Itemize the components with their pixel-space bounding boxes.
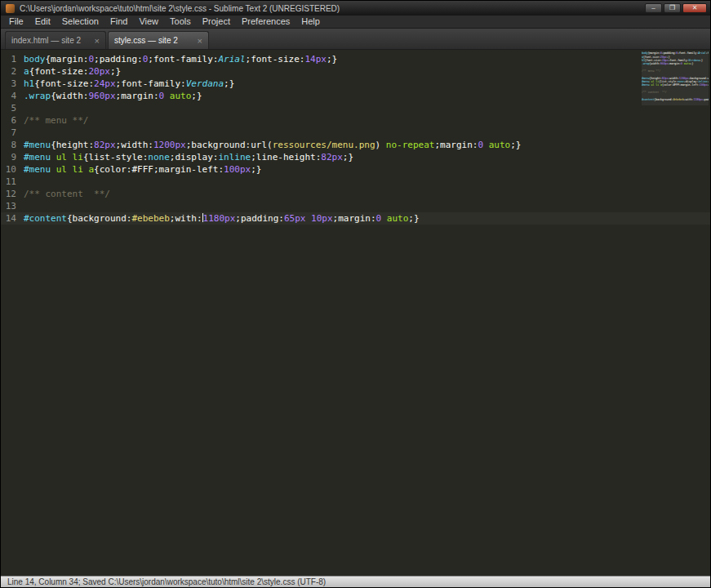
app-icon	[6, 4, 15, 13]
tab-style.css[interactable]: style.css — site 2×	[108, 31, 209, 49]
line-number: 2	[1, 65, 24, 78]
line-number: 8	[1, 139, 24, 151]
code-text: h1{font-size:24px;font-family:Verdana;}	[24, 78, 710, 90]
menu-item-find[interactable]: Find	[104, 16, 133, 28]
line-number: 5	[1, 102, 24, 114]
code-line[interactable]: 9#menu ul li{list-style:none;display:inl…	[1, 151, 710, 163]
code-text: a{font-size:20px;}	[24, 65, 710, 78]
code-line[interactable]: 4.wrap{width:960px;margin:0 auto;}	[1, 90, 710, 102]
code-line[interactable]: 11	[1, 176, 710, 188]
editor-area[interactable]: 1body{margin:0;padding:0;font-family:Ari…	[1, 50, 710, 576]
code-line[interactable]: 14#content{background:#ebebeb;with:1180p…	[1, 212, 710, 225]
line-number: 7	[1, 127, 24, 139]
line-number: 11	[1, 176, 24, 188]
close-button[interactable]: ✕	[682, 3, 707, 13]
tab-label: style.css — site 2	[114, 36, 194, 45]
code-line[interactable]: 2a{font-size:20px;}	[1, 65, 710, 78]
menu-item-preferences[interactable]: Preferences	[236, 16, 296, 28]
code-line[interactable]: 5	[1, 102, 710, 114]
code-text: #menu{height:82px;width:1200px;backgroun…	[24, 139, 710, 151]
code-text: #menu ul li{list-style:none;display:inli…	[24, 151, 710, 163]
tab-index.html[interactable]: index.html — site 2×	[5, 31, 106, 49]
line-number: 9	[1, 151, 24, 163]
line-number: 6	[1, 114, 24, 127]
minimap-viewport-indicator	[642, 51, 709, 105]
line-number: 10	[1, 163, 24, 176]
code-line[interactable]: 1body{margin:0;padding:0;font-family:Ari…	[1, 53, 710, 65]
line-number: 12	[1, 188, 24, 200]
status-bar: Line 14, Column 34; Saved C:\Users\jorda…	[1, 576, 710, 587]
tab-label: index.html — site 2	[11, 36, 91, 45]
line-number: 13	[1, 200, 24, 212]
menu-item-tools[interactable]: Tools	[164, 16, 197, 28]
menu-item-view[interactable]: View	[133, 16, 164, 28]
code-line[interactable]: 8#menu{height:82px;width:1200px;backgrou…	[1, 139, 710, 151]
menu-item-help[interactable]: Help	[296, 16, 326, 28]
code-text	[24, 102, 710, 114]
menu-item-edit[interactable]: Edit	[29, 16, 56, 28]
code-container: 1body{margin:0;padding:0;font-family:Ari…	[1, 53, 710, 225]
window-title: C:\Users\jordan\workspace\tuto\html\site…	[20, 4, 638, 13]
line-number: 14	[1, 212, 24, 225]
code-text: #menu ul li a{color:#FFF;margin-left:100…	[24, 163, 710, 176]
minimap[interactable]: body{margin:0;padding:0;font-family:Aria…	[642, 51, 709, 109]
code-line[interactable]: 7	[1, 127, 710, 139]
menu-item-selection[interactable]: Selection	[56, 16, 104, 28]
status-text: Line 14, Column 34; Saved C:\Users\jorda…	[7, 577, 326, 586]
code-text: #content{background:#ebebeb;with:1180px;…	[24, 212, 710, 225]
tab-bar: index.html — site 2×style.css — site 2×	[1, 29, 710, 50]
code-line[interactable]: 6/** menu **/	[1, 114, 710, 127]
menu-bar: FileEditSelectionFindViewToolsProjectPre…	[1, 16, 710, 29]
line-number: 1	[1, 53, 24, 65]
code-text	[24, 176, 710, 188]
code-text: body{margin:0;padding:0;font-family:Aria…	[24, 53, 710, 65]
code-text: /** menu **/	[24, 114, 710, 127]
tab-close-icon[interactable]: ×	[198, 36, 202, 46]
code-line[interactable]: 3h1{font-size:24px;font-family:Verdana;}	[1, 78, 710, 90]
code-text	[24, 200, 710, 212]
minimize-button[interactable]: –	[645, 3, 662, 13]
code-line[interactable]: 12/** content **/	[1, 188, 710, 200]
tab-close-icon[interactable]: ×	[95, 36, 100, 46]
code-line[interactable]: 10#menu ul li a{color:#FFF;margin-left:1…	[1, 163, 710, 176]
code-text: /** content **/	[24, 188, 710, 200]
title-bar[interactable]: C:\Users\jordan\workspace\tuto\html\site…	[1, 1, 710, 16]
code-text	[24, 127, 710, 139]
menu-item-project[interactable]: Project	[197, 16, 236, 28]
code-line[interactable]: 13	[1, 200, 710, 212]
code-text: .wrap{width:960px;margin:0 auto;}	[24, 90, 710, 102]
menu-item-file[interactable]: File	[3, 16, 29, 28]
maximize-button[interactable]: ❐	[664, 3, 681, 13]
sublime-window: C:\Users\jordan\workspace\tuto\html\site…	[0, 0, 711, 588]
line-number: 4	[1, 90, 24, 102]
line-number: 3	[1, 78, 24, 90]
window-controls: – ❐ ✕	[645, 3, 707, 13]
